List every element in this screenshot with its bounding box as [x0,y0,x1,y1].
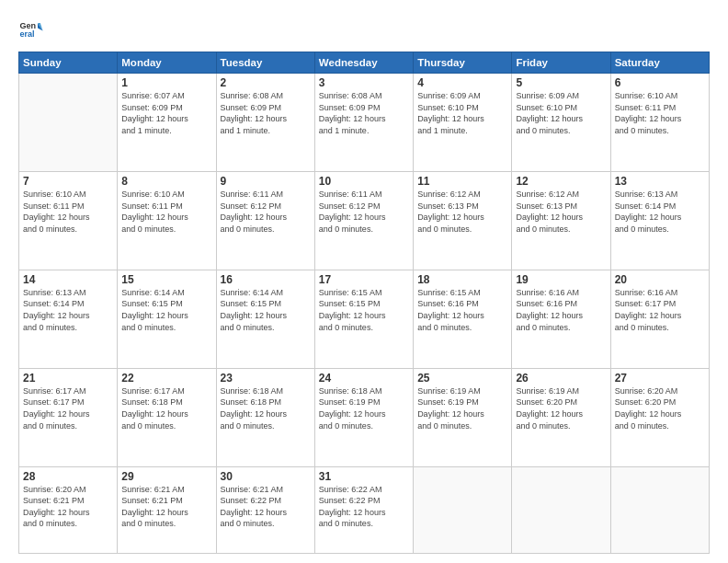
day-number: 23 [221,372,311,385]
calendar-header-row: SundayMondayTuesdayWednesdayThursdayFrid… [19,52,710,74]
day-number: 8 [121,175,211,188]
day-header-thursday: Thursday [414,52,512,74]
calendar-cell: 7Sunrise: 6:10 AMSunset: 6:11 PMDaylight… [19,171,118,270]
day-info: Sunrise: 6:10 AMSunset: 6:11 PMDaylight:… [121,189,211,235]
calendar-cell: 22Sunrise: 6:17 AMSunset: 6:18 PMDayligh… [118,368,216,466]
calendar-cell [610,466,709,553]
calendar-cell: 20Sunrise: 6:16 AMSunset: 6:17 PMDayligh… [610,270,709,368]
day-number: 13 [615,175,705,188]
day-header-wednesday: Wednesday [314,52,413,74]
day-info: Sunrise: 6:21 AMSunset: 6:21 PMDaylight:… [121,484,211,530]
day-number: 6 [615,76,705,89]
calendar-week-row: 1Sunrise: 6:07 AMSunset: 6:09 PMDaylight… [19,74,710,172]
day-number: 28 [23,470,113,483]
svg-text:eral: eral [19,29,34,39]
day-number: 30 [221,470,311,483]
day-number: 16 [221,273,311,286]
day-info: Sunrise: 6:17 AMSunset: 6:17 PMDaylight:… [23,385,113,431]
calendar-cell: 9Sunrise: 6:11 AMSunset: 6:12 PMDaylight… [216,171,314,270]
calendar-cell: 29Sunrise: 6:21 AMSunset: 6:21 PMDayligh… [118,466,216,553]
calendar-cell: 1Sunrise: 6:07 AMSunset: 6:09 PMDaylight… [118,74,216,172]
day-info: Sunrise: 6:07 AMSunset: 6:09 PMDaylight:… [121,90,211,136]
header: Gen eral [18,17,710,42]
day-info: Sunrise: 6:11 AMSunset: 6:12 PMDaylight:… [221,189,311,235]
calendar-cell: 24Sunrise: 6:18 AMSunset: 6:19 PMDayligh… [314,368,413,466]
day-number: 26 [516,372,606,385]
calendar-cell [414,466,512,553]
calendar-cell: 11Sunrise: 6:12 AMSunset: 6:13 PMDayligh… [414,171,512,270]
day-header-monday: Monday [118,52,216,74]
day-number: 19 [516,273,606,286]
calendar-cell: 16Sunrise: 6:14 AMSunset: 6:15 PMDayligh… [216,270,314,368]
logo: Gen eral [18,17,48,42]
day-info: Sunrise: 6:17 AMSunset: 6:18 PMDaylight:… [121,385,211,431]
calendar-cell: 18Sunrise: 6:15 AMSunset: 6:16 PMDayligh… [414,270,512,368]
calendar-week-row: 21Sunrise: 6:17 AMSunset: 6:17 PMDayligh… [19,368,710,466]
day-info: Sunrise: 6:13 AMSunset: 6:14 PMDaylight:… [615,189,705,235]
day-number: 24 [319,372,409,385]
day-number: 2 [221,76,311,89]
day-info: Sunrise: 6:22 AMSunset: 6:22 PMDaylight:… [319,484,409,530]
day-number: 21 [23,372,113,385]
calendar-cell: 19Sunrise: 6:16 AMSunset: 6:16 PMDayligh… [512,270,610,368]
day-info: Sunrise: 6:19 AMSunset: 6:20 PMDaylight:… [516,385,606,431]
calendar-cell: 14Sunrise: 6:13 AMSunset: 6:14 PMDayligh… [19,270,118,368]
calendar-week-row: 14Sunrise: 6:13 AMSunset: 6:14 PMDayligh… [19,270,710,368]
calendar-cell: 13Sunrise: 6:13 AMSunset: 6:14 PMDayligh… [610,171,709,270]
day-number: 20 [615,273,705,286]
day-info: Sunrise: 6:20 AMSunset: 6:21 PMDaylight:… [23,484,113,530]
day-info: Sunrise: 6:14 AMSunset: 6:15 PMDaylight:… [221,287,311,333]
day-info: Sunrise: 6:19 AMSunset: 6:19 PMDaylight:… [417,385,507,431]
day-number: 25 [417,372,507,385]
calendar-cell: 25Sunrise: 6:19 AMSunset: 6:19 PMDayligh… [414,368,512,466]
calendar-cell: 31Sunrise: 6:22 AMSunset: 6:22 PMDayligh… [314,466,413,553]
calendar-cell: 4Sunrise: 6:09 AMSunset: 6:10 PMDaylight… [414,74,512,172]
calendar-cell: 2Sunrise: 6:08 AMSunset: 6:09 PMDaylight… [216,74,314,172]
day-number: 9 [221,175,311,188]
day-info: Sunrise: 6:15 AMSunset: 6:16 PMDaylight:… [417,287,507,333]
calendar-cell: 27Sunrise: 6:20 AMSunset: 6:20 PMDayligh… [610,368,709,466]
day-info: Sunrise: 6:18 AMSunset: 6:19 PMDaylight:… [319,385,409,431]
calendar-cell: 10Sunrise: 6:11 AMSunset: 6:12 PMDayligh… [314,171,413,270]
day-header-saturday: Saturday [610,52,709,74]
day-info: Sunrise: 6:21 AMSunset: 6:22 PMDaylight:… [221,484,311,530]
day-info: Sunrise: 6:10 AMSunset: 6:11 PMDaylight:… [23,189,113,235]
page: Gen eral SundayMondayTuesdayWednesdayThu… [0,0,728,563]
day-number: 18 [417,273,507,286]
day-info: Sunrise: 6:18 AMSunset: 6:18 PMDaylight:… [221,385,311,431]
day-number: 4 [417,76,507,89]
day-number: 29 [121,470,211,483]
day-header-sunday: Sunday [19,52,118,74]
calendar-cell: 5Sunrise: 6:09 AMSunset: 6:10 PMDaylight… [512,74,610,172]
calendar-cell: 8Sunrise: 6:10 AMSunset: 6:11 PMDaylight… [118,171,216,270]
day-number: 27 [615,372,705,385]
generalblue-icon: Gen eral [18,17,44,42]
day-info: Sunrise: 6:12 AMSunset: 6:13 PMDaylight:… [417,189,507,235]
calendar-cell [512,466,610,553]
calendar: SundayMondayTuesdayWednesdayThursdayFrid… [18,52,710,554]
day-number: 17 [319,273,409,286]
day-info: Sunrise: 6:11 AMSunset: 6:12 PMDaylight:… [319,189,409,235]
calendar-cell: 26Sunrise: 6:19 AMSunset: 6:20 PMDayligh… [512,368,610,466]
calendar-week-row: 7Sunrise: 6:10 AMSunset: 6:11 PMDaylight… [19,171,710,270]
calendar-cell: 17Sunrise: 6:15 AMSunset: 6:15 PMDayligh… [314,270,413,368]
day-info: Sunrise: 6:09 AMSunset: 6:10 PMDaylight:… [516,90,606,136]
calendar-week-row: 28Sunrise: 6:20 AMSunset: 6:21 PMDayligh… [19,466,710,553]
day-number: 11 [417,175,507,188]
day-info: Sunrise: 6:08 AMSunset: 6:09 PMDaylight:… [319,90,409,136]
day-info: Sunrise: 6:13 AMSunset: 6:14 PMDaylight:… [23,287,113,333]
calendar-cell: 30Sunrise: 6:21 AMSunset: 6:22 PMDayligh… [216,466,314,553]
day-number: 22 [121,372,211,385]
day-number: 12 [516,175,606,188]
day-number: 15 [121,273,211,286]
calendar-cell: 6Sunrise: 6:10 AMSunset: 6:11 PMDaylight… [610,74,709,172]
day-info: Sunrise: 6:08 AMSunset: 6:09 PMDaylight:… [221,90,311,136]
day-number: 10 [319,175,409,188]
calendar-cell: 12Sunrise: 6:12 AMSunset: 6:13 PMDayligh… [512,171,610,270]
day-info: Sunrise: 6:20 AMSunset: 6:20 PMDaylight:… [615,385,705,431]
calendar-cell [19,74,118,172]
day-number: 3 [319,76,409,89]
day-info: Sunrise: 6:10 AMSunset: 6:11 PMDaylight:… [615,90,705,136]
day-number: 5 [516,76,606,89]
calendar-cell: 21Sunrise: 6:17 AMSunset: 6:17 PMDayligh… [19,368,118,466]
